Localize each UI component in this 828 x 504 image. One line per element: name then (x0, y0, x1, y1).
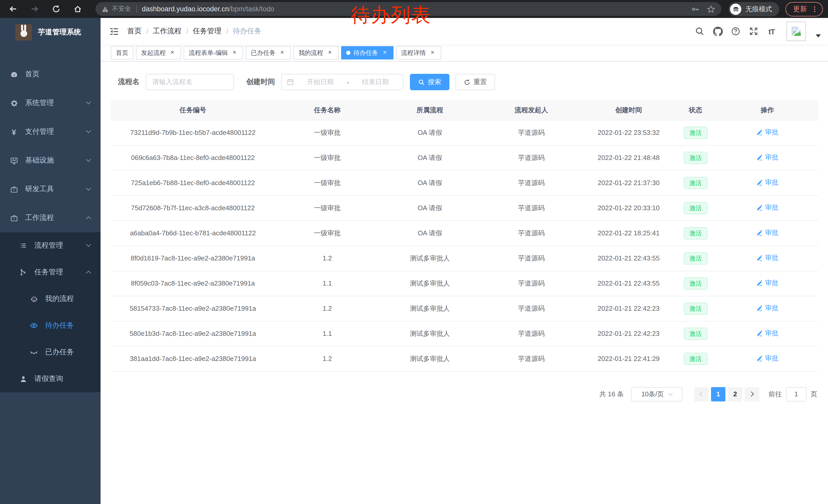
breadcrumb-task-management[interactable]: 任务管理 (193, 27, 222, 36)
task-time-cell: 2022-01-21 22:41:29 (583, 346, 675, 371)
caret-down-icon[interactable] (816, 34, 821, 37)
sidebar-item-workflow[interactable]: 工作流程 (0, 203, 100, 232)
task-id-cell: a6aba0a4-7b6d-11ec-b781-acde48001122 (111, 221, 275, 245)
pagination: 共 16 条 10条/页 1 2 前往 1 页 (111, 387, 817, 401)
status-badge: 激活 (684, 353, 707, 365)
app-logo[interactable]: 芋道管理系统 (0, 18, 100, 47)
search-icon[interactable] (695, 26, 705, 36)
edit-pen-icon (756, 154, 763, 161)
approve-button[interactable]: 审批 (756, 354, 778, 363)
sidebar-item-infrastructure[interactable]: 基础设施 (0, 146, 100, 175)
tab-my-process[interactable]: 我的流程× (293, 46, 339, 59)
page-annotation: 待办列表 (351, 4, 431, 27)
face-icon (30, 295, 38, 303)
task-id-cell: 725a1eb6-7b88-11ec-8ef0-acde48001122 (111, 170, 275, 195)
approve-button[interactable]: 审批 (756, 254, 778, 263)
col-task-id: 任务编号 (111, 100, 275, 120)
close-icon[interactable]: × (381, 49, 388, 56)
avatar[interactable] (786, 21, 806, 41)
tab-start-process[interactable]: 发起流程× (136, 46, 181, 59)
security-warning[interactable]: 不安全 (101, 5, 131, 13)
sidebar-item-devtools[interactable]: 研发工具 (0, 175, 100, 203)
task-process-cell: 测试多审批人 (380, 321, 480, 346)
task-id-cell: 069c6a63-7b8a-11ec-8ef0-acde48001122 (111, 145, 275, 170)
tab-home[interactable]: 首页 (111, 46, 133, 59)
browser-home-button[interactable] (70, 1, 85, 17)
task-time-cell: 2022-01-22 21:37:30 (583, 170, 675, 195)
tab-process-detail[interactable]: 流程详情× (396, 46, 441, 59)
table-row: 069c6a63-7b8a-11ec-8ef0-acde48001122 一级审… (111, 145, 818, 170)
task-process-cell: OA 请假 (380, 170, 480, 195)
page-size-select[interactable]: 10条/页 (631, 387, 682, 401)
prev-page-button[interactable] (694, 387, 708, 401)
approve-button[interactable]: 审批 (756, 228, 778, 238)
edit-pen-icon (756, 305, 763, 312)
sidebar-item-leave-query[interactable]: 请假查询 (0, 366, 100, 392)
sidebar-item-system[interactable]: 系统管理 (0, 89, 100, 118)
close-icon[interactable]: × (326, 49, 333, 56)
sidebar-item-my-process[interactable]: 我的流程 (0, 286, 100, 312)
task-starter-cell: 芋道源码 (480, 170, 583, 195)
close-icon[interactable]: × (169, 49, 176, 56)
sidebar-fold-icon[interactable] (109, 26, 119, 36)
task-starter-cell: 芋道源码 (480, 145, 583, 170)
approve-button[interactable]: 审批 (756, 128, 778, 137)
start-date-placeholder: 开始日期 (298, 78, 343, 87)
sidebar-item-task-management[interactable]: 任务管理 (0, 259, 100, 286)
next-page-button[interactable] (745, 387, 759, 401)
search-button[interactable]: 搜索 (410, 74, 449, 90)
close-icon[interactable]: × (231, 49, 238, 56)
task-process-cell: 测试多审批人 (380, 296, 480, 321)
fullscreen-icon[interactable] (748, 26, 759, 36)
status-badge: 激活 (684, 151, 707, 164)
sidebar-item-home[interactable]: 首页 (0, 60, 100, 89)
edit-pen-icon (756, 204, 763, 211)
breadcrumb-home[interactable]: 首页 (127, 27, 141, 36)
approve-button[interactable]: 审批 (756, 329, 778, 338)
edit-pen-icon (756, 230, 763, 236)
close-icon[interactable]: × (429, 49, 436, 56)
font-size-icon[interactable]: tT (767, 26, 777, 36)
password-key-icon[interactable] (692, 5, 700, 13)
task-name-cell: 一级审批 (275, 195, 380, 221)
approve-button[interactable]: 审批 (756, 279, 778, 288)
goto-page-input[interactable]: 1 (786, 387, 806, 401)
page-1-button[interactable]: 1 (711, 387, 726, 401)
help-icon[interactable] (731, 26, 741, 36)
approve-button[interactable]: 审批 (756, 178, 778, 187)
app-title: 芋道管理系统 (38, 28, 81, 37)
reload-icon (51, 5, 60, 13)
gear-icon (10, 99, 18, 107)
bookmark-star-icon[interactable] (707, 5, 715, 13)
date-range-input[interactable]: 开始日期 - 结束日期 (281, 74, 403, 90)
sidebar-item-process-management[interactable]: 流程管理 (0, 232, 100, 259)
browser-back-button[interactable] (5, 1, 20, 17)
sidebar-item-payment[interactable]: ¥ 支付管理 (0, 118, 100, 146)
tab-process-form-edit[interactable]: 流程表单-编辑× (184, 46, 243, 59)
page-header: 首页 / 工作流程 / 任务管理 / 待办任务 (100, 18, 828, 45)
security-label: 不安全 (112, 5, 131, 13)
task-name-cell: 1.1 (275, 271, 380, 296)
close-icon[interactable]: × (279, 49, 286, 56)
url-text: dashboard.yudao.iocoder.cn/bpm/task/todo (142, 5, 274, 13)
table-row: 8f0d1619-7ac8-11ec-a9e2-a2380e71991a 1.2… (111, 245, 818, 271)
status-badge: 激活 (684, 177, 707, 189)
kebab-menu-icon[interactable] (811, 5, 818, 12)
tab-done-tasks[interactable]: 已办任务× (246, 46, 291, 59)
reset-button[interactable]: 重置 (456, 74, 495, 90)
process-name-input[interactable]: 请输入流程名 (146, 74, 234, 90)
sidebar-item-todo-tasks[interactable]: 待办任务 (0, 312, 100, 339)
task-process-cell: 测试多审批人 (380, 346, 480, 371)
sidebar-item-done-tasks[interactable]: 已办任务 (0, 339, 100, 366)
breadcrumb-workflow[interactable]: 工作流程 (153, 27, 181, 36)
browser-reload-button[interactable] (48, 1, 64, 17)
approve-button[interactable]: 审批 (756, 304, 778, 313)
github-icon[interactable] (713, 26, 723, 36)
approve-button[interactable]: 审批 (756, 203, 778, 213)
browser-update-button[interactable]: 更新 (785, 2, 823, 16)
task-time-cell: 2022-01-21 22:42:23 (583, 321, 675, 346)
browser-forward-button[interactable] (27, 1, 42, 17)
tab-todo-tasks[interactable]: 待办任务× (341, 46, 394, 59)
page-2-button[interactable]: 2 (728, 387, 742, 401)
approve-button[interactable]: 审批 (756, 153, 778, 162)
